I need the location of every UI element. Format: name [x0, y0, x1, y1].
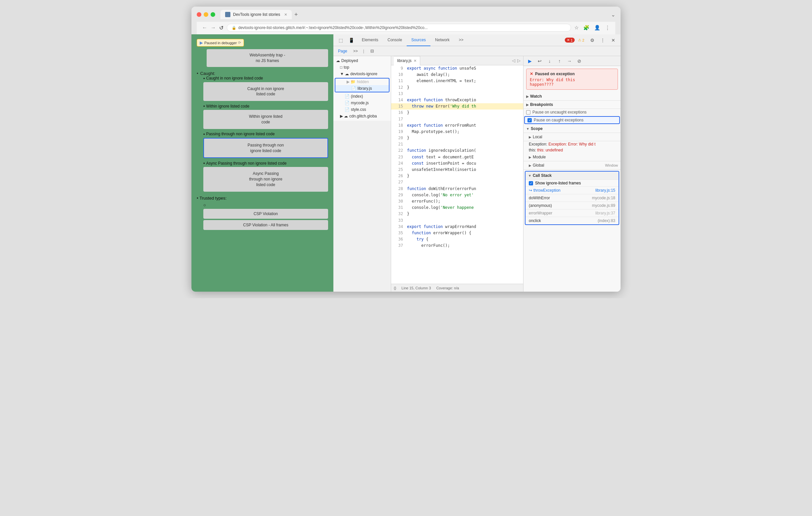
breakpoints-label: Breakpoints	[530, 102, 553, 107]
csp-violation-btn[interactable]: CSP Violation	[203, 209, 328, 219]
style-file-icon: 📄	[345, 107, 350, 112]
step-into-btn[interactable]: ↓	[546, 57, 553, 65]
pause-caught-checkbox[interactable]: ✓	[527, 118, 532, 122]
resume-btn[interactable]: ▶	[526, 57, 533, 65]
cdn-label: cdn.glitch.globa	[349, 114, 377, 118]
code-line: 24 const insertionPoint = docu	[391, 160, 523, 166]
sidebar-toggle-icon[interactable]: ⊟	[367, 47, 377, 56]
exception-error-icon: ✕	[530, 71, 533, 76]
code-editor[interactable]: 9 export async function unsafeS 10 await…	[391, 65, 523, 284]
devtools-content: ☁ Deployed □ top ▼ ☁ devtools-ignore	[334, 56, 620, 292]
global-val: Window	[605, 163, 618, 167]
tree-hidden[interactable]: ▶ 📁 hidden	[336, 79, 389, 85]
profile-icon[interactable]: 👤	[594, 25, 601, 31]
call-loc-1: mycode.js:18	[592, 195, 615, 200]
device-icon[interactable]: 📱	[347, 36, 356, 45]
tab-favicon	[225, 12, 230, 17]
tree-cdn[interactable]: ▶ ☁ cdn.glitch.globa	[334, 113, 391, 119]
bullet-passing: ▪	[203, 132, 205, 136]
tree-top[interactable]: □ top	[334, 64, 391, 70]
file-tree: ☁ Deployed □ top ▼ ☁ devtools-ignore	[334, 56, 391, 292]
maximize-button[interactable]	[211, 12, 215, 17]
tree-index[interactable]: 📄 (index)	[334, 93, 391, 100]
call-stack-item-1[interactable]: doWithError mycode.js:18	[525, 194, 618, 202]
nav-left-icon[interactable]: ◁	[512, 58, 515, 63]
browser-tab[interactable]: DevTools ignore list stories ✕	[221, 10, 292, 19]
code-line: 22 function ignoredcspviolation(	[391, 148, 523, 154]
within-ignore-box[interactable]: Within ignore listedcode	[203, 110, 328, 129]
tab-more[interactable]: >>	[454, 34, 468, 46]
more-icon[interactable]: ⋮	[598, 36, 607, 45]
close-devtools-icon[interactable]: ✕	[609, 36, 618, 45]
exception-message: Error: Why did this happen????	[530, 78, 614, 87]
paused-badge: ▶ Paused in debugger ⟳	[197, 39, 244, 47]
passing-non-ignore-box[interactable]: Passing through nonignore listed code	[203, 138, 328, 158]
tree-library[interactable]: 📄 library.js	[336, 85, 389, 92]
format-icon[interactable]: {}	[394, 286, 396, 290]
call-stack-item-2[interactable]: (anonymous) mycode.js:89	[525, 202, 618, 209]
new-tab-button[interactable]: +	[294, 11, 298, 18]
tab-sources[interactable]: Sources	[407, 34, 430, 46]
forward-button[interactable]: →	[211, 25, 216, 31]
open-file-name: library.js	[397, 58, 412, 63]
settings-icon[interactable]: ⚙	[587, 36, 597, 45]
call-stack-item-3[interactable]: errorWrapper library.js:37	[525, 209, 618, 217]
tab-menu-button[interactable]: ⌄	[611, 11, 615, 18]
step-btn[interactable]: →	[566, 57, 573, 65]
step-over-btn[interactable]: ↩	[536, 57, 543, 65]
inspect-icon[interactable]: ⬚	[336, 36, 345, 45]
step-out-btn[interactable]: ↑	[556, 57, 563, 65]
call-stack-header[interactable]: ▼ Call Stack	[525, 172, 618, 180]
call-stack-item-4[interactable]: onclick (index):83	[525, 217, 618, 224]
tree-root[interactable]: ▼ ☁ devtools-ignore	[334, 70, 391, 77]
watch-section-header[interactable]: ▶ Watch	[523, 92, 620, 101]
main-content: ▶ Paused in debugger ⟳ WebAssembly trap …	[192, 34, 620, 292]
url-bar[interactable]: 🔒 devtools-ignore-list-stories.glitch.me…	[227, 24, 571, 32]
url-text: devtools-ignore-list-stories.glitch.me/#…	[238, 25, 566, 30]
caught-non-ignore-box[interactable]: Caught in non ignorelisted code	[203, 82, 328, 101]
tab-network[interactable]: Network	[430, 34, 454, 46]
exception-val: Exception: Error: Why did t	[548, 142, 596, 147]
show-ignore-checkbox[interactable]: ✓	[529, 181, 533, 185]
tree-deployed[interactable]: ☁ Deployed	[334, 57, 391, 64]
coverage-status: Coverage: n/a	[436, 286, 459, 290]
code-line: 32 }	[391, 211, 523, 217]
local-section-header[interactable]: ▶ Local	[523, 133, 620, 141]
call-stack-item-0[interactable]: ↪throwException library.js:15	[525, 186, 618, 194]
scope-section-header[interactable]: ▼ Scope	[523, 125, 620, 133]
module-section-header[interactable]: ▶ Module	[523, 153, 620, 161]
tab-bar: DevTools ignore list stories ✕ + ⌄	[221, 10, 615, 19]
file-tab-library[interactable]: library.js ✕	[394, 56, 420, 65]
devtools-tabs: Elements Console Sources Network >>	[357, 34, 563, 46]
tree-style[interactable]: 📄 style.css	[334, 106, 391, 113]
more-tabs[interactable]: >>	[351, 49, 360, 54]
extension-icon[interactable]: 🧩	[583, 25, 589, 31]
close-file-icon[interactable]: ✕	[414, 59, 416, 63]
reload-button[interactable]: ↺	[219, 25, 224, 31]
traffic-lights	[197, 12, 215, 17]
page-tab[interactable]: Page	[336, 49, 349, 54]
nav-item-within: ▪ Within ignore listed code Within ignor…	[203, 103, 328, 129]
bookmark-icon[interactable]: ☆	[574, 25, 579, 31]
tab-elements[interactable]: Elements	[357, 34, 383, 46]
menu-icon[interactable]: ⋮	[605, 25, 610, 31]
nav-right-icon[interactable]: ▷	[517, 58, 521, 63]
csp-violation-all-btn[interactable]: CSP Violation - All frames	[203, 220, 328, 230]
caught-label: Caught:	[197, 71, 215, 76]
exception-key: Exception:	[529, 142, 548, 147]
code-line: 36 try {	[391, 236, 523, 242]
close-button[interactable]	[197, 12, 201, 17]
async-passing-box[interactable]: Async Passingthrough non ignorelisted co…	[203, 167, 328, 191]
deactivate-btn[interactable]: ⊘	[576, 57, 583, 65]
tree-mycode[interactable]: 📄 mycode.js	[334, 100, 391, 106]
address-bar: ← → ↺ 🔒 devtools-ignore-list-stories.gli…	[197, 22, 615, 34]
tab-console[interactable]: Console	[383, 34, 407, 46]
breakpoints-section-header[interactable]: ▶ Breakpoints	[523, 101, 620, 109]
tab-close-button[interactable]: ✕	[284, 12, 287, 17]
minimize-button[interactable]	[204, 12, 208, 17]
global-section-header[interactable]: ▶ Global Window	[523, 161, 620, 170]
library-file-icon: 📄	[351, 86, 356, 91]
back-button[interactable]: ←	[202, 25, 207, 31]
code-line: 17	[391, 116, 523, 122]
pause-uncaught-checkbox[interactable]	[526, 110, 530, 115]
